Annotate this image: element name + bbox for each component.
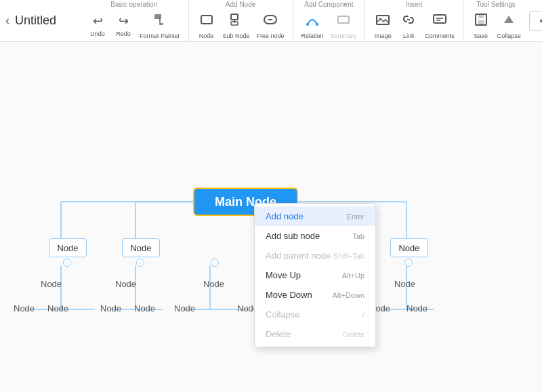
share-icon — [539, 16, 542, 26]
node-label-r2: Node — [406, 303, 428, 313]
group-basic-operation-label: Basic operation — [110, 1, 157, 8]
node-label-c1: Node — [174, 303, 195, 313]
node-label-far-left-title: Node — [41, 279, 62, 289]
share-button[interactable]: Share — [529, 11, 542, 31]
image-button[interactable]: Image — [371, 11, 395, 41]
toolbar-groups: Basic operation ↩ Undo ↪ Redo Format Pai… — [83, 0, 529, 42]
group-add-node: Add Node Node Sub Node — [192, 0, 293, 42]
image-icon — [375, 12, 390, 31]
context-menu: Add node Enter Add sub node Tab Add pare… — [254, 203, 376, 347]
back-button[interactable]: ‹ — [5, 14, 9, 28]
group-add-component-label: Add Component — [304, 1, 353, 8]
group-tool-settings: Tool Settings Save Collapse — [466, 0, 529, 42]
group-tool-settings-label: Tool Settings — [477, 1, 516, 8]
node-far-left-label: Node — [57, 243, 78, 253]
relation-button[interactable]: Relation — [299, 11, 327, 41]
redo-button[interactable]: ↪ Redo — [111, 13, 136, 39]
relation-icon — [305, 12, 320, 31]
group-basic-operation-items: ↩ Undo ↪ Redo Format Painter — [85, 11, 183, 41]
link-button[interactable]: Link — [396, 11, 421, 41]
menu-add-sub-node-label: Add sub node — [266, 231, 320, 241]
menu-delete: Delete Delete — [255, 324, 375, 344]
menu-add-parent-node-label: Add parent node — [266, 251, 331, 261]
undo-label: Undo — [90, 30, 105, 37]
node-left-mid-label: Node — [130, 243, 151, 253]
save-label: Save — [474, 32, 488, 39]
collapse-button[interactable]: Collapse — [495, 11, 524, 41]
group-insert: Insert Image Link — [368, 0, 463, 42]
group-insert-items: Image Link Comments — [371, 11, 457, 41]
group-tool-settings-items: Save Collapse — [469, 11, 524, 41]
summary-label: Summary — [331, 32, 357, 39]
format-painter-label: Format Painter — [140, 32, 180, 39]
group-add-node-items: Node Sub Node Free node — [194, 11, 287, 41]
save-icon — [474, 12, 488, 31]
node-label-fl2: Node — [47, 303, 68, 313]
format-painter-button[interactable]: Format Painter — [137, 11, 183, 41]
node-label-fl1: Node — [14, 303, 35, 313]
redo-icon: ↪ — [119, 14, 129, 29]
menu-add-sub-node-shortcut: Tab — [352, 232, 364, 240]
svg-rect-1 — [159, 18, 161, 23]
comments-button[interactable]: Comments — [422, 11, 457, 41]
menu-move-up[interactable]: Move Up Alt+Up — [255, 265, 375, 285]
node-box-right[interactable]: Node — [390, 238, 428, 257]
node-label-right-title: Node — [394, 279, 415, 289]
save-button[interactable]: Save — [469, 11, 493, 41]
free-node-button[interactable]: Free node — [254, 11, 287, 41]
menu-add-parent-node: Add parent node Shift+Tab — [255, 246, 375, 265]
group-add-component-items: Relation Summary — [299, 11, 360, 41]
menu-move-up-label: Move Up — [266, 270, 301, 280]
summary-button[interactable]: Summary — [328, 11, 360, 41]
menu-add-sub-node[interactable]: Add sub node Tab — [255, 226, 375, 246]
group-insert-label: Insert — [405, 1, 422, 8]
menu-collapse-shortcut: / — [362, 311, 364, 319]
svg-rect-11 — [338, 16, 349, 23]
group-basic-operation: Basic operation ↩ Undo ↪ Redo Format Pai… — [83, 0, 189, 42]
menu-delete-label: Delete — [266, 329, 291, 339]
menu-add-node[interactable]: Add node Enter — [255, 206, 375, 226]
collapse-circle-right[interactable]: − — [404, 259, 413, 267]
sub-node-label: Sub Node — [223, 32, 250, 39]
node-label-lm1: Node — [100, 303, 121, 313]
menu-move-down-label: Move Down — [266, 290, 312, 300]
image-label: Image — [375, 32, 392, 39]
document-title: Untitled — [15, 14, 69, 28]
relation-label: Relation — [301, 32, 324, 39]
node-label: Node — [199, 32, 214, 39]
menu-add-node-shortcut: Enter — [347, 213, 364, 221]
menu-move-down-shortcut: Alt+Down — [333, 291, 364, 299]
collapse-circle-center[interactable]: − — [211, 259, 219, 267]
svg-rect-20 — [478, 20, 484, 24]
undo-button[interactable]: ↩ Undo — [85, 13, 110, 39]
free-node-label: Free node — [257, 32, 285, 39]
menu-collapse-label: Collapse — [266, 309, 300, 320]
sub-node-button[interactable]: Sub Node — [220, 11, 253, 41]
group-add-component: Add Component Relation Summary — [296, 0, 366, 42]
comments-label: Comments — [425, 32, 455, 39]
node-right-label: Node — [398, 243, 419, 253]
canvas[interactable]: Main Node Node − Node Node Node Node − N… — [0, 42, 542, 392]
node-box-far-left[interactable]: Node — [49, 238, 87, 257]
menu-collapse: Collapse / — [255, 305, 375, 324]
svg-rect-12 — [377, 16, 389, 24]
menu-delete-shortcut: Delete — [343, 330, 364, 339]
menu-add-parent-node-shortcut: Shift+Tab — [333, 252, 364, 260]
format-painter-icon — [152, 12, 167, 31]
undo-icon: ↩ — [93, 14, 103, 29]
sub-node-icon — [229, 12, 244, 31]
collapse-circle-far-left[interactable]: − — [63, 259, 71, 267]
node-button[interactable]: Node — [194, 11, 219, 41]
collapse-circle-left-mid[interactable]: − — [136, 259, 144, 267]
svg-rect-3 — [201, 16, 212, 24]
svg-rect-6 — [231, 22, 238, 25]
redo-label: Redo — [116, 30, 131, 37]
node-icon — [199, 12, 214, 31]
summary-icon — [336, 12, 351, 31]
svg-rect-19 — [478, 14, 484, 18]
menu-move-down[interactable]: Move Down Alt+Down — [255, 285, 375, 305]
svg-rect-4 — [231, 14, 238, 20]
collapse-label: Collapse — [497, 32, 521, 39]
node-box-left-mid[interactable]: Node — [122, 238, 160, 257]
svg-marker-21 — [504, 16, 514, 23]
